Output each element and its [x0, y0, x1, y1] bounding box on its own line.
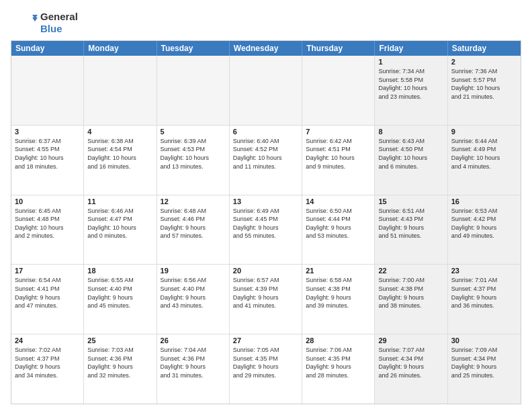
day-number: 5: [161, 128, 226, 136]
cell-info: Sunrise: 7:02 AM Sunset: 4:37 PM Dayligh…: [15, 346, 80, 379]
day-cell-3: 3Sunrise: 6:37 AM Sunset: 4:55 PM Daylig…: [11, 126, 84, 195]
empty-cell: [230, 56, 302, 125]
day-cell-18: 18Sunrise: 6:55 AM Sunset: 4:40 PM Dayli…: [84, 265, 157, 334]
header-day-wednesday: Wednesday: [230, 41, 302, 56]
day-cell-2: 2Sunrise: 7:36 AM Sunset: 5:57 PM Daylig…: [448, 56, 521, 125]
day-cell-10: 10Sunrise: 6:45 AM Sunset: 4:48 PM Dayli…: [11, 195, 84, 265]
logo-general: General: [40, 11, 78, 23]
cell-info: Sunrise: 6:58 AM Sunset: 4:38 PM Dayligh…: [306, 276, 371, 310]
day-number: 18: [87, 267, 152, 275]
day-cell-17: 17Sunrise: 6:54 AM Sunset: 4:41 PM Dayli…: [11, 265, 84, 334]
page: General Blue SundayMondayTuesdayWednesda…: [0, 0, 532, 411]
day-number: 11: [87, 197, 152, 205]
day-cell-12: 12Sunrise: 6:48 AM Sunset: 4:46 PM Dayli…: [157, 195, 230, 265]
header-day-thursday: Thursday: [302, 41, 375, 56]
day-cell-20: 20Sunrise: 6:57 AM Sunset: 4:39 PM Dayli…: [230, 265, 302, 334]
cell-info: Sunrise: 6:56 AM Sunset: 4:40 PM Dayligh…: [161, 276, 226, 310]
cell-info: Sunrise: 7:09 AM Sunset: 4:34 PM Dayligh…: [451, 346, 517, 379]
cell-info: Sunrise: 6:57 AM Sunset: 4:39 PM Dayligh…: [233, 276, 298, 310]
day-cell-11: 11Sunrise: 6:46 AM Sunset: 4:47 PM Dayli…: [84, 195, 157, 265]
calendar-body: 1Sunrise: 7:34 AM Sunset: 5:58 PM Daylig…: [11, 56, 521, 404]
header-day-friday: Friday: [375, 41, 447, 56]
calendar-row-2: 10Sunrise: 6:45 AM Sunset: 4:48 PM Dayli…: [11, 195, 521, 265]
empty-cell: [157, 56, 230, 125]
cell-info: Sunrise: 6:43 AM Sunset: 4:50 PM Dayligh…: [378, 137, 443, 171]
day-number: 29: [378, 336, 443, 345]
cell-info: Sunrise: 6:37 AM Sunset: 4:55 PM Dayligh…: [15, 137, 80, 171]
day-number: 27: [233, 336, 298, 345]
day-cell-4: 4Sunrise: 6:38 AM Sunset: 4:54 PM Daylig…: [84, 126, 157, 195]
cell-info: Sunrise: 7:36 AM Sunset: 5:57 PM Dayligh…: [451, 67, 517, 101]
day-cell-9: 9Sunrise: 6:44 AM Sunset: 4:49 PM Daylig…: [448, 126, 521, 195]
day-cell-6: 6Sunrise: 6:40 AM Sunset: 4:52 PM Daylig…: [230, 126, 302, 195]
day-cell-27: 27Sunrise: 7:05 AM Sunset: 4:35 PM Dayli…: [230, 334, 302, 404]
day-number: 15: [378, 197, 443, 205]
day-number: 21: [306, 267, 371, 275]
logo-blue: Blue: [40, 23, 78, 35]
cell-info: Sunrise: 7:34 AM Sunset: 5:58 PM Dayligh…: [378, 67, 443, 101]
day-number: 23: [451, 267, 517, 275]
header: General Blue: [11, 8, 521, 35]
day-cell-25: 25Sunrise: 7:03 AM Sunset: 4:36 PM Dayli…: [84, 334, 157, 404]
svg-marker-1: [32, 17, 38, 21]
cell-info: Sunrise: 7:04 AM Sunset: 4:36 PM Dayligh…: [161, 346, 226, 379]
day-cell-14: 14Sunrise: 6:50 AM Sunset: 4:44 PM Dayli…: [302, 195, 375, 265]
cell-info: Sunrise: 7:01 AM Sunset: 4:37 PM Dayligh…: [451, 276, 517, 310]
cell-info: Sunrise: 6:40 AM Sunset: 4:52 PM Dayligh…: [233, 137, 298, 171]
day-number: 2: [451, 58, 517, 66]
header-day-monday: Monday: [84, 41, 157, 56]
day-cell-8: 8Sunrise: 6:43 AM Sunset: 4:50 PM Daylig…: [375, 126, 447, 195]
cell-info: Sunrise: 6:55 AM Sunset: 4:40 PM Dayligh…: [87, 276, 152, 310]
cell-info: Sunrise: 6:42 AM Sunset: 4:51 PM Dayligh…: [306, 137, 371, 171]
day-number: 19: [161, 267, 226, 275]
day-number: 17: [15, 267, 80, 275]
calendar-row-4: 24Sunrise: 7:02 AM Sunset: 4:37 PM Dayli…: [11, 334, 521, 404]
day-number: 24: [15, 336, 80, 345]
day-cell-16: 16Sunrise: 6:53 AM Sunset: 4:42 PM Dayli…: [448, 195, 521, 265]
cell-info: Sunrise: 7:03 AM Sunset: 4:36 PM Dayligh…: [87, 346, 152, 379]
day-number: 26: [161, 336, 226, 345]
calendar-row-1: 3Sunrise: 6:37 AM Sunset: 4:55 PM Daylig…: [11, 125, 521, 195]
cell-info: Sunrise: 6:49 AM Sunset: 4:45 PM Dayligh…: [233, 207, 298, 240]
cell-info: Sunrise: 7:07 AM Sunset: 4:34 PM Dayligh…: [378, 346, 443, 379]
day-number: 14: [306, 197, 371, 205]
logo-icon: [11, 13, 38, 34]
day-number: 13: [233, 197, 298, 205]
cell-info: Sunrise: 6:45 AM Sunset: 4:48 PM Dayligh…: [15, 207, 80, 240]
day-number: 9: [451, 128, 517, 136]
day-number: 7: [306, 128, 371, 136]
day-cell-22: 22Sunrise: 7:00 AM Sunset: 4:38 PM Dayli…: [375, 265, 447, 334]
day-cell-5: 5Sunrise: 6:39 AM Sunset: 4:53 PM Daylig…: [157, 126, 230, 195]
empty-cell: [11, 56, 84, 125]
day-number: 28: [306, 336, 371, 345]
cell-info: Sunrise: 6:44 AM Sunset: 4:49 PM Dayligh…: [451, 137, 517, 171]
calendar: SundayMondayTuesdayWednesdayThursdayFrid…: [11, 40, 521, 404]
cell-info: Sunrise: 6:54 AM Sunset: 4:41 PM Dayligh…: [15, 276, 80, 310]
day-number: 22: [378, 267, 443, 275]
day-cell-15: 15Sunrise: 6:51 AM Sunset: 4:43 PM Dayli…: [375, 195, 447, 265]
day-number: 6: [233, 128, 298, 136]
logo: General Blue: [11, 11, 78, 35]
calendar-row-3: 17Sunrise: 6:54 AM Sunset: 4:41 PM Dayli…: [11, 264, 521, 334]
day-cell-19: 19Sunrise: 6:56 AM Sunset: 4:40 PM Dayli…: [157, 265, 230, 334]
day-cell-1: 1Sunrise: 7:34 AM Sunset: 5:58 PM Daylig…: [375, 56, 447, 125]
cell-info: Sunrise: 6:48 AM Sunset: 4:46 PM Dayligh…: [161, 207, 226, 240]
cell-info: Sunrise: 7:05 AM Sunset: 4:35 PM Dayligh…: [233, 346, 298, 379]
cell-info: Sunrise: 6:53 AM Sunset: 4:42 PM Dayligh…: [451, 207, 517, 240]
header-day-sunday: Sunday: [11, 41, 84, 56]
calendar-header: SundayMondayTuesdayWednesdayThursdayFrid…: [11, 41, 521, 56]
empty-cell: [302, 56, 375, 125]
day-cell-23: 23Sunrise: 7:01 AM Sunset: 4:37 PM Dayli…: [448, 265, 521, 334]
cell-info: Sunrise: 6:46 AM Sunset: 4:47 PM Dayligh…: [87, 207, 152, 240]
day-cell-21: 21Sunrise: 6:58 AM Sunset: 4:38 PM Dayli…: [302, 265, 375, 334]
day-cell-7: 7Sunrise: 6:42 AM Sunset: 4:51 PM Daylig…: [302, 126, 375, 195]
day-number: 4: [87, 128, 152, 136]
empty-cell: [84, 56, 157, 125]
day-number: 10: [15, 197, 80, 205]
day-number: 3: [15, 128, 80, 136]
day-number: 30: [451, 336, 517, 345]
cell-info: Sunrise: 7:00 AM Sunset: 4:38 PM Dayligh…: [378, 276, 443, 310]
day-cell-29: 29Sunrise: 7:07 AM Sunset: 4:34 PM Dayli…: [375, 334, 447, 404]
day-cell-26: 26Sunrise: 7:04 AM Sunset: 4:36 PM Dayli…: [157, 334, 230, 404]
day-number: 20: [233, 267, 298, 275]
